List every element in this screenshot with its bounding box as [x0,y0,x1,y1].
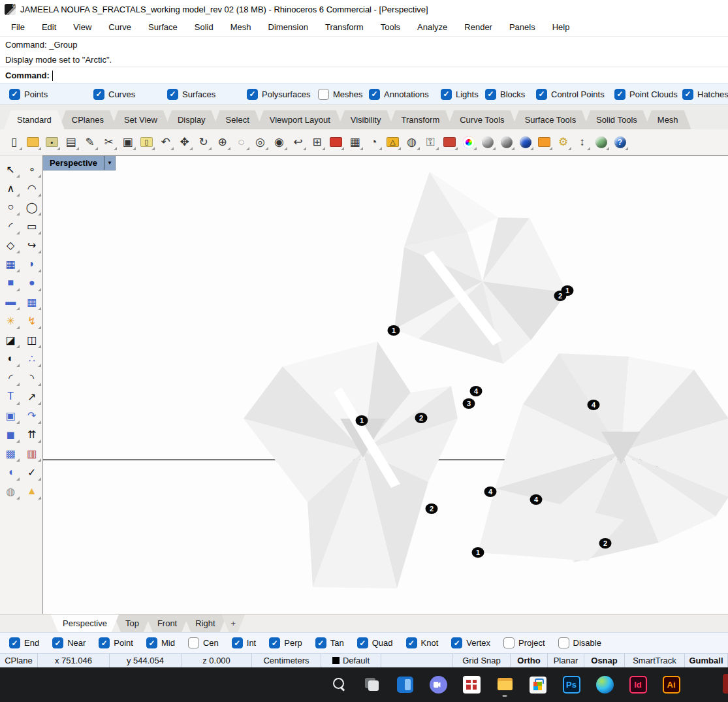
checkbox-icon[interactable]: ✓ [99,637,110,648]
checkbox-icon[interactable]: ✓ [406,637,417,648]
viewport-title[interactable]: Perspective [43,156,104,170]
checkbox-icon[interactable]: ✓ [9,637,20,648]
checkbox-icon[interactable]: ✓ [369,89,380,100]
pan-icon[interactable]: ✥ [176,133,193,151]
save-icon[interactable]: ▪ [43,133,61,151]
filter-point-clouds[interactable]: ✓ Point Clouds [614,89,682,100]
menu-surface[interactable]: Surface [140,20,186,34]
continuity-icon[interactable]: ◝ [23,369,41,386]
filter-surfaces[interactable]: ✓ Surfaces [167,89,247,100]
curve-icon[interactable]: ◠ [23,180,41,197]
osnap-knot[interactable]: ✓ Knot [406,637,439,648]
checkbox-icon[interactable]: ✓ [93,89,104,100]
menu-transform[interactable]: Transform [317,20,372,34]
cplane-icon[interactable]: ▦ [346,133,364,151]
color-wheel-icon[interactable] [460,133,477,151]
open-file-icon[interactable] [24,133,42,151]
explode-icon[interactable]: ✳ [1,312,20,329]
osnap-disable[interactable]: ✓ Disable [558,637,601,648]
status-spacer[interactable] [381,654,453,667]
point-icon[interactable]: ∘ [23,161,41,178]
menu-help[interactable]: Help [544,20,578,34]
split-icon[interactable]: ◫ [23,331,41,348]
pyramid-icon[interactable]: ▲ [23,483,41,500]
status-y[interactable]: y 544.054 [110,654,182,667]
set-view-icon[interactable]: ◔ [365,133,383,151]
menu-view[interactable]: View [65,20,100,34]
named-view-icon[interactable] [327,133,345,151]
menu-file[interactable]: File [3,20,33,34]
osnap-int[interactable]: ✓ Int [232,637,256,648]
rotate-icon[interactable]: ↷ [23,407,41,424]
checkbox-icon[interactable]: ✓ [269,637,280,648]
cut-icon[interactable]: ✂ [100,133,118,151]
lock-objects-icon[interactable]: ⚿ [422,133,439,151]
trim-icon[interactable]: ◪ [1,331,20,348]
group-label-4b[interactable]: 4 [588,400,600,410]
gift-app-icon[interactable] [460,673,483,697]
rendered-view-icon[interactable] [498,133,515,151]
filter-blocks[interactable]: ✓ Blocks [485,89,536,100]
zoom-dynamic-icon[interactable]: ⊕ [214,133,231,151]
blend-icon[interactable]: ◐ [1,350,20,367]
start-button[interactable] [294,673,316,697]
viewport-title-chip[interactable]: Perspective ▼ [43,156,116,170]
menu-render[interactable]: Render [456,20,501,34]
undo-icon[interactable]: ↶ [157,133,174,151]
osnap-mid[interactable]: ✓ Mid [146,637,175,648]
group-label-1[interactable]: 1 [388,325,400,336]
checkbox-icon[interactable]: ✓ [52,637,63,648]
tab-mesh[interactable]: Mesh [644,110,691,129]
tab-viewport-layout[interactable]: Viewport Layout [257,110,343,129]
render-tools-icon[interactable] [592,133,610,151]
vtab-front[interactable]: Front [146,614,189,632]
array-linear-icon[interactable]: ▥ [23,445,41,462]
menu-tools[interactable]: Tools [372,20,409,34]
checkbox-icon[interactable]: ✓ [536,89,547,100]
freeform-curve-icon[interactable]: ↪ [23,236,41,253]
menu-mesh[interactable]: Mesh [222,20,260,34]
filter-annotations[interactable]: ✓ Annotations [369,89,441,100]
menu-edit[interactable]: Edit [33,20,65,34]
status-planar[interactable]: Planar [548,654,584,667]
hide-objects-icon[interactable]: ◍ [403,133,420,151]
tab-set-view[interactable]: Set View [111,110,170,129]
osnap-near[interactable]: ✓ Near [52,637,86,648]
checkbox-icon[interactable]: ✓ [485,89,496,100]
group-label-2b[interactable]: 2 [415,413,428,423]
shaded-view-icon[interactable] [479,133,496,151]
status-osnap[interactable]: Osnap [584,654,625,667]
group-label-1b[interactable]: 1 [562,285,574,296]
group-label-4c[interactable]: 4 [484,487,497,497]
checkbox-icon[interactable]: ✓ [503,637,514,648]
menu-dimension[interactable]: Dimension [260,20,317,34]
tab-cplanes[interactable]: CPlanes [59,110,117,129]
ellipse-icon[interactable]: ◯ [23,199,41,215]
vtab-right[interactable]: Right [183,614,227,632]
tab-transform[interactable]: Transform [388,110,452,129]
osnap-vertex[interactable]: ✓ Vertex [451,637,490,648]
edit-document-icon[interactable]: ✎ [81,133,99,151]
checkbox-icon[interactable]: ✓ [682,89,693,100]
status-ortho[interactable]: Ortho [511,654,548,667]
menu-panels[interactable]: Panels [501,20,544,34]
filter-lights[interactable]: ✓ Lights [441,89,485,100]
osnap-perp[interactable]: ✓ Perp [269,637,302,648]
photoshop-icon[interactable]: Ps [560,673,582,697]
curved-surface-icon[interactable]: ◗ [23,255,41,272]
status-smarttrack[interactable]: SmartTrack [625,654,685,667]
checkbox-icon[interactable]: ✓ [146,637,157,648]
new-file-icon[interactable]: ▯ [5,133,23,151]
boolean-union-icon[interactable]: ◼ [1,426,20,443]
task-view-icon[interactable] [360,673,383,697]
menu-solid[interactable]: Solid [186,20,222,34]
vtab-perspective[interactable]: Perspective [51,614,119,632]
print-icon[interactable]: ▤ [62,133,80,151]
surface-grid-icon[interactable]: ▦ [23,293,41,310]
sphere-icon[interactable]: ● [23,274,41,291]
menu-analyze[interactable]: Analyze [409,20,456,34]
checkbox-icon[interactable]: ✓ [558,637,569,648]
copy-objects-icon[interactable]: ▣ [1,407,20,424]
options-icon[interactable]: ⚙ [554,133,572,151]
microsoft-store-icon[interactable] [527,673,549,697]
